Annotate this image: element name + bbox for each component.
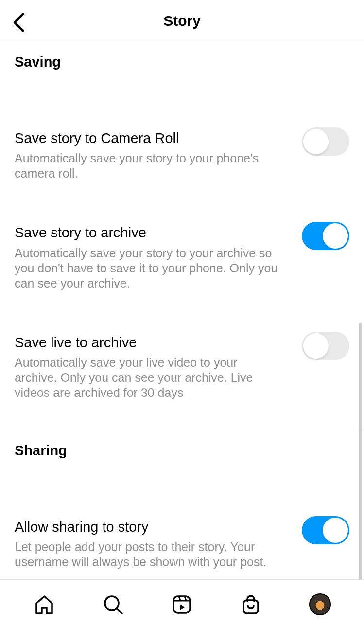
svg-line-1 — [117, 609, 122, 613]
tab-home[interactable] — [30, 590, 59, 619]
avatar-icon — [309, 593, 331, 615]
page-title: Story — [163, 13, 201, 29]
setting-partial-next — [0, 570, 364, 579]
tab-bar — [0, 579, 364, 629]
toggle-save-camera-roll[interactable] — [302, 127, 349, 156]
setting-desc: Automatically save your story to your ph… — [15, 151, 282, 181]
search-icon — [103, 594, 124, 615]
home-icon — [34, 594, 55, 615]
setting-save-archive: Save story to archive Automatically save… — [0, 181, 364, 290]
reels-icon — [171, 594, 192, 615]
toggle-allow-sharing-story[interactable] — [302, 516, 349, 544]
tab-search[interactable] — [99, 590, 128, 619]
toggle-save-live-archive[interactable] — [302, 332, 349, 360]
section-title-sharing: Sharing — [0, 431, 364, 464]
setting-label: Save story to Camera Roll — [15, 129, 292, 147]
svg-rect-6 — [243, 600, 258, 613]
tab-profile[interactable] — [305, 590, 334, 619]
scrollbar[interactable] — [359, 323, 362, 579]
setting-label: Save story to archive — [15, 224, 292, 241]
header: Story — [0, 0, 364, 42]
section-title-saving: Saving — [0, 42, 364, 75]
setting-label: Allow sharing to story — [15, 518, 292, 536]
setting-desc: Automatically save your story to your ar… — [15, 246, 282, 291]
content-scroll[interactable]: Saving Save story to Camera Roll Automat… — [0, 42, 364, 579]
back-button[interactable] — [9, 13, 28, 32]
setting-desc: Automatically save your live video to yo… — [15, 355, 282, 400]
setting-save-camera-roll: Save story to Camera Roll Automatically … — [0, 110, 364, 181]
setting-desc: Let people add your posts to their story… — [15, 539, 282, 570]
tab-shop[interactable] — [236, 590, 265, 619]
toggle-save-archive[interactable] — [302, 222, 349, 250]
setting-allow-sharing-story: Allow sharing to story Let people add yo… — [0, 499, 364, 570]
tab-reels[interactable] — [167, 590, 196, 619]
chevron-left-icon — [12, 12, 25, 33]
setting-label: Save live to archive — [15, 334, 292, 351]
svg-rect-2 — [173, 596, 190, 613]
shop-icon — [240, 594, 261, 615]
setting-save-live-archive: Save live to archive Automatically save … — [0, 291, 364, 400]
